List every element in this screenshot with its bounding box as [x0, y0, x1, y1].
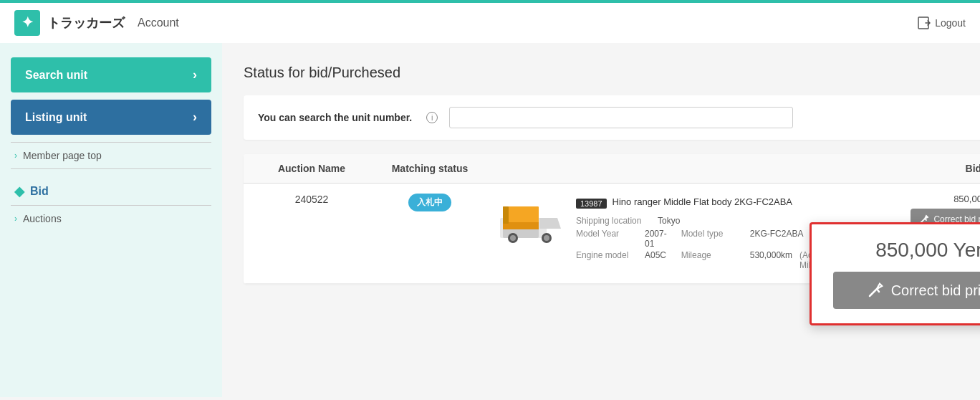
status-badge: 入札中 [408, 194, 451, 211]
mileage-label: Mileage [681, 250, 746, 270]
popup-price: 850,000 Yen [833, 239, 980, 262]
search-label: You can search the unit number. [258, 112, 412, 123]
model-year-value: 2007-01 [645, 229, 667, 249]
page-layout: Search unit › Listing unit › › Member pa… [0, 43, 980, 397]
page-title: Status for bid/Purchesed [244, 65, 980, 81]
bid-section: ◆ Bid [11, 178, 211, 205]
svg-text:✦: ✦ [21, 14, 34, 30]
unit-spec-grid: Model Year 2007-01 Model type 2KG-FC2ABA… [576, 229, 832, 270]
model-type-value: 2KG-FC2ABA [750, 229, 804, 249]
listing-unit-button[interactable]: Listing unit › [11, 100, 211, 135]
model-year-label: Model Year [576, 229, 640, 249]
popup-correct-bid-button[interactable]: Correct bid price [833, 272, 980, 309]
search-unit-arrow-icon: › [193, 67, 197, 82]
auctions-link[interactable]: › Auctions [11, 205, 211, 232]
sidebar: Search unit › Listing unit › › Member pa… [0, 43, 222, 397]
model-type-label: Model type [681, 229, 746, 249]
auctions-label: Auctions [23, 213, 62, 224]
svg-point-10 [544, 235, 549, 241]
unit-detail: 13987 Hino ranger Middle Flat body 2KG-F… [500, 196, 859, 270]
account-label: Account [138, 16, 179, 29]
unit-tag: 13987 [576, 199, 607, 209]
table-header: Auction Name Matching status Bid price [244, 154, 980, 184]
unit-info: 13987 Hino ranger Middle Flat body 2KG-F… [576, 196, 832, 270]
popup-overlay: 850,000 Yen Correct bid price [810, 222, 980, 389]
svg-rect-13 [503, 206, 509, 224]
search-unit-button[interactable]: Search unit › [11, 57, 211, 92]
unit-name: Hino ranger Middle Flat body 2KG-FC2ABA [612, 196, 792, 207]
member-page-top-link[interactable]: › Member page top [11, 142, 211, 169]
info-icon[interactable]: i [426, 112, 438, 123]
shipping-label: Shipping location [576, 216, 655, 226]
matching-status-cell: 入札中 [365, 191, 494, 214]
auction-name-cell: 240522 [258, 191, 365, 208]
truck-icon [500, 196, 565, 243]
col-unit-detail [494, 163, 865, 174]
header: ✦ トラッカーズ Account Logout [0, 0, 980, 43]
col-auction-name: Auction Name [258, 163, 365, 174]
auctions-arrow-icon: › [14, 214, 17, 224]
engine-model-label: Engine model [576, 250, 640, 270]
engine-model-row: Engine model A05C [576, 250, 667, 270]
logout-button[interactable]: Logout [918, 16, 966, 29]
logout-label: Logout [935, 17, 966, 29]
col-matching-status: Matching status [365, 163, 494, 174]
popup-box: 850,000 Yen Correct bid price [810, 222, 980, 325]
logo-text: トラッカーズ [47, 14, 125, 32]
auction-id: 240522 [295, 194, 329, 205]
main-content: Status for bid/Purchesed You can search … [222, 43, 980, 397]
engine-model-value: A05C [645, 250, 666, 270]
search-unit-label: Search unit [25, 69, 87, 82]
listing-unit-arrow-icon: › [193, 110, 197, 125]
member-page-arrow-icon: › [14, 151, 17, 161]
bid-label: Bid [30, 185, 49, 198]
logout-icon [918, 16, 931, 29]
logo-area: ✦ トラッカーズ Account [14, 10, 179, 36]
popup-correct-bid-label: Correct bid price [891, 282, 980, 299]
member-page-top-label: Member page top [23, 150, 102, 161]
hammer-icon-large [867, 282, 884, 299]
bid-diamond-icon: ◆ [14, 184, 24, 199]
shipping-value: Tokyo [658, 216, 680, 226]
svg-point-8 [510, 235, 516, 241]
mileage-value: 530,000km [750, 250, 792, 270]
svg-marker-6 [539, 218, 561, 229]
search-bar: You can search the unit number. i [244, 95, 980, 140]
model-year-row: Model Year 2007-01 [576, 229, 667, 249]
search-input[interactable] [449, 107, 793, 128]
bid-price-value: 850,000 Yen [953, 194, 980, 204]
logo-icon: ✦ [14, 10, 40, 36]
listing-unit-label: Listing unit [25, 111, 87, 124]
shipping-location: Shipping location Tokyo [576, 216, 832, 226]
col-bid-price: Bid price [865, 163, 980, 174]
